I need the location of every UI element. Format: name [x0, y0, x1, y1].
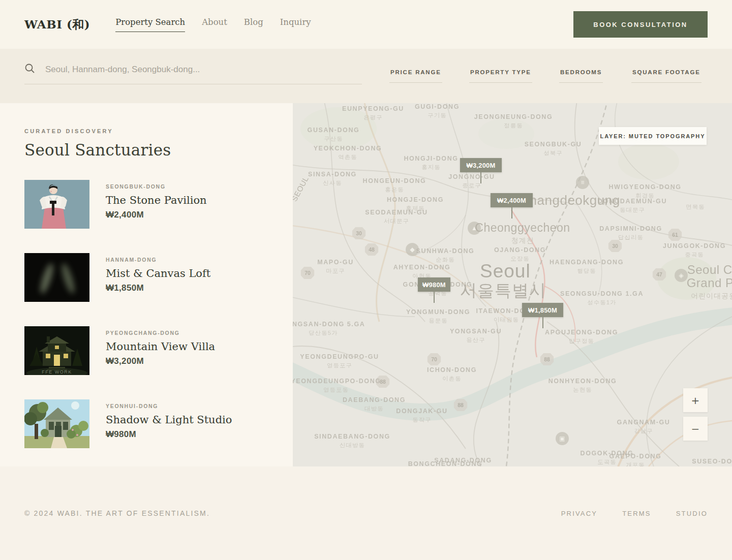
map-area-label: YEOKCHON-DONG역촌동: [314, 145, 382, 161]
map-zoom-out-button[interactable]: −: [683, 417, 708, 441]
road-shield-icon: 30: [352, 227, 366, 239]
road-shield-icon: 48: [365, 243, 379, 256]
map-area-label: SINSA-DONG신사동: [308, 171, 357, 187]
nav-blog[interactable]: Blog: [244, 17, 263, 32]
map-area-label: GUSAN-DONG구산동: [308, 127, 360, 143]
map-area-label: 면목동: [686, 202, 705, 211]
map-area-label: Seoul Chi: [687, 263, 732, 277]
map-poi-icon: ◈: [675, 269, 688, 282]
search-filter-bar: PRICE RANGE PROPERTY TYPE BEDROOMS SQUAR…: [0, 49, 732, 103]
map-layer-badge[interactable]: LAYER: MUTED TOPOGRAPHY: [599, 127, 707, 145]
road-shield-icon: 88: [540, 353, 554, 365]
map-area-label: HONGJI-DONG홍지동: [404, 155, 458, 171]
page-title: Seoul Sanctuaries: [24, 141, 268, 159]
map-area-label: JUNGGOK-DONG중곡동: [663, 242, 726, 259]
listing-price: ₩1,850M: [106, 283, 210, 293]
footer-link-studio[interactable]: STUDIO: [676, 510, 708, 517]
listing-price: ₩3,200M: [106, 356, 215, 366]
footer-links: PRIVACY TERMS STUDIO: [561, 510, 708, 517]
listing-thumbnail-mist-abstract: [24, 253, 89, 302]
road-shield-icon: 70: [301, 267, 315, 279]
map-area-label: SUNHWA-DONG순화동: [416, 247, 475, 264]
section-eyebrow: CURATED DISCOVERY: [24, 128, 268, 134]
map-area-label: SINDAEBANG-DONG신대방동: [314, 433, 390, 449]
map-area-label: Grand Pa어린이대공원: [687, 276, 732, 301]
map-area-label: JONGNO-GU종로구: [448, 173, 495, 190]
listings-panel: CURATED DISCOVERY Seoul Sanctuaries: [0, 103, 293, 466]
map-price-marker[interactable]: ₩980M: [418, 277, 450, 292]
header: WABI (和) Property Search About Blog Inqu…: [0, 0, 732, 49]
listing-district: YEONHUI-DONG: [106, 403, 232, 409]
map-area-label: GUGI-DONG구기동: [415, 103, 460, 119]
map-city-label-en: Seoul: [480, 261, 531, 282]
listing-name: Shadow & Light Studio: [106, 414, 232, 426]
logo[interactable]: WABI (和): [24, 17, 90, 33]
listing-card-mist-canvas-loft[interactable]: HANNAM-DONG Mist & Canvas Loft ₩1,850M: [24, 253, 268, 302]
map-area-label: BONGCHEON-DONG: [408, 460, 483, 466]
nav-property-search[interactable]: Property Search: [115, 17, 185, 32]
listing-district: PYEONGCHANG-DONG: [106, 330, 215, 336]
map-area-label: YONGSAN-GU용산구: [450, 328, 502, 344]
listing-card-mountain-view-villa[interactable]: FFE WORK PYEONGCHANG-DONG Mountain View …: [24, 326, 268, 375]
map-area-label: DANGSAN-DONG 5.GA당산동5가: [293, 321, 365, 337]
map-zoom-in-button[interactable]: +: [683, 388, 708, 412]
road-shield-icon: 70: [428, 353, 441, 365]
footer-link-terms[interactable]: TERMS: [622, 510, 651, 517]
footer-link-privacy[interactable]: PRIVACY: [561, 510, 598, 517]
footer: © 2024 WABI. THE ART OF ESSENTIALISM. PR…: [0, 466, 732, 560]
map-area-label: Cheonggyecheon청계천: [475, 221, 570, 245]
listing-thumbnail-night-villa: FFE WORK: [24, 326, 89, 375]
map-area-label: YEONGDEUNGPO-GU영등포구: [300, 353, 379, 369]
map-area-label: HONGEUN-DONG홍은동: [363, 177, 426, 194]
map-area-label: JEONGNEUNG-DONG정릉동: [474, 113, 553, 130]
map-area-label: NONHYEON-DONG논현동: [548, 378, 617, 394]
listing-district: SEONGBUK-DONG: [106, 183, 207, 190]
map-poi-icon: ▣: [556, 432, 569, 445]
map-price-marker[interactable]: ₩2,400M: [491, 193, 533, 207]
book-consultation-button[interactable]: BOOK CONSULTATION: [573, 11, 708, 38]
listing-card-stone-pavilion[interactable]: SEONGBUK-DONG The Stone Pavilion ₩2,400M: [24, 180, 268, 229]
map-area-label: Changdeokgung: [520, 193, 620, 208]
copyright-text: © 2024 WABI. THE ART OF ESSENTIALISM.: [24, 509, 210, 517]
listing-card-shadow-light-studio[interactable]: YEONHUI-DONG Shadow & Light Studio ₩980M: [24, 399, 268, 448]
map-area-label: DAPSIMNI-DONG답십리동: [599, 225, 662, 241]
map-price-marker[interactable]: ₩3,200M: [460, 158, 502, 172]
map-area-label: SEONGSU-DONG 1.GA성수동1가: [560, 290, 644, 306]
map-area-label: YEONGDEUNGPO-DONG영등포동: [293, 378, 381, 394]
listing-name: Mountain View Villa: [106, 340, 215, 353]
map-area-label: EUNPYEONG-GU은평구: [342, 105, 404, 121]
filter-bedrooms[interactable]: BEDROOMS: [559, 69, 603, 83]
search-icon: [24, 63, 35, 76]
map-area-label: APGUJEONG-DONG압구정동: [545, 329, 618, 345]
listing-thumbnail-hanbok-illustration: [24, 180, 89, 229]
listing-name: The Stone Pavilion: [106, 194, 207, 206]
map-area-label: YONGMUN-DONG용문동: [406, 308, 470, 325]
road-shield-icon: 88: [454, 399, 468, 411]
road-shield-icon: 47: [653, 268, 666, 281]
map-area-label: OJANG-DONG오장동: [494, 246, 546, 263]
map-area-label: GANGNAM-GU강남구: [617, 419, 670, 435]
map-canvas[interactable]: Seoul 서울특별시 LAYER: MUTED TOPOGRAPHY + − …: [293, 103, 732, 466]
filter-price-range[interactable]: PRICE RANGE: [389, 69, 442, 83]
map-city-label-ko: 서울특별시: [460, 279, 546, 302]
search-input[interactable]: [44, 64, 362, 75]
road-shield-icon: 61: [668, 229, 682, 241]
map-area-label: ICHON-DONG이촌동: [427, 366, 477, 383]
map-poi-icon: ≡: [576, 176, 589, 189]
map-area-label: SEODAEMUN-GU서대문구: [365, 209, 428, 225]
listing-thumbnail-garden-house: [24, 399, 89, 448]
map-area-label: DONGJAK-GU동작구: [396, 408, 447, 424]
listing-price: ₩980M: [106, 429, 232, 440]
map-area-label: MAPO-GU마포구: [317, 259, 354, 275]
listing-district: HANNAM-DONG: [106, 257, 210, 263]
nav-inquiry[interactable]: Inquiry: [280, 17, 311, 32]
listing-price: ₩2,400M: [106, 210, 207, 220]
nav-about[interactable]: About: [202, 17, 227, 32]
listing-name: Mist & Canvas Loft: [106, 267, 210, 279]
filter-square-footage[interactable]: SQUARE FOOTAGE: [631, 69, 702, 83]
map-area-label: SEONGBUK-GU성북구: [525, 141, 582, 157]
filter-property-type[interactable]: PROPERTY TYPE: [469, 69, 532, 83]
map-price-marker[interactable]: ₩1,850M: [522, 303, 563, 317]
search-field[interactable]: [24, 63, 362, 84]
main-nav: Property Search About Blog Inquiry: [115, 17, 311, 32]
